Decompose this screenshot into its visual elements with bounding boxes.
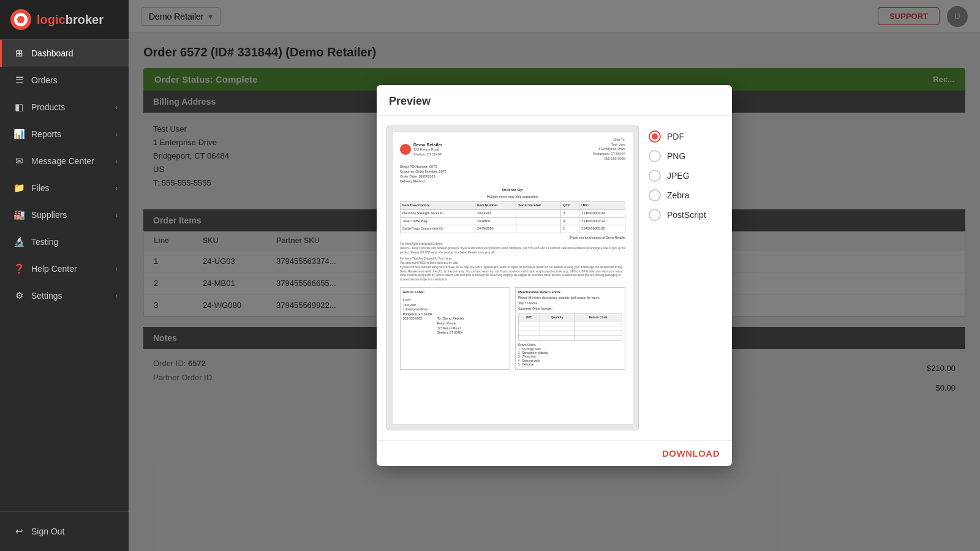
- sidebar-item-label: Products: [31, 102, 65, 112]
- modal-format-options: PDF PNG JPEG Zebra: [649, 126, 722, 430]
- sidebar-item-signout[interactable]: ↩ Sign Out: [0, 518, 129, 545]
- sidebar-item-reports[interactable]: 📊 Reports ‹: [0, 121, 129, 148]
- modal-overlay[interactable]: Preview Demo Retailer 123 Return Road: [129, 0, 980, 551]
- doc-fine-print-home: For Items That Are Shipped To Your Home:…: [400, 257, 625, 282]
- doc-multiple-items: Multiple items may ship separately.: [400, 195, 625, 200]
- doc-thank-you: Thank you for shopping at Demo Retailer: [400, 236, 625, 240]
- modal-footer: DOWNLOAD: [377, 440, 732, 466]
- sidebar-item-help-center[interactable]: ❓ Help Center ‹: [0, 255, 129, 282]
- suppliers-icon: 🏭: [13, 209, 25, 220]
- format-option-png[interactable]: PNG: [649, 150, 722, 162]
- chevron-icon: ‹: [115, 103, 118, 111]
- sidebar-item-label: Orders: [31, 75, 58, 85]
- doc-company-address: 123 Return Road: [413, 148, 442, 152]
- modal-title: Preview: [389, 95, 431, 108]
- sidebar-item-products[interactable]: ◧ Products ‹: [0, 94, 129, 121]
- sidebar-item-label: Files: [31, 183, 50, 193]
- modal-preview-area: Demo Retailer 123 Return Road Shelton, C…: [386, 126, 639, 430]
- signout-icon: ↩: [13, 526, 25, 537]
- settings-icon: ⚙: [13, 290, 25, 301]
- doc-merchandise-return: Merchandise Return Form: Please fill in …: [515, 287, 625, 370]
- sidebar-item-testing[interactable]: 🔬 Testing: [0, 228, 129, 255]
- radio-pdf[interactable]: [649, 130, 661, 143]
- chevron-icon: ‹: [115, 157, 118, 165]
- doc-logo-circle: [400, 144, 411, 155]
- modal-header: Preview: [377, 85, 732, 116]
- format-zebra-label: Zebra: [667, 190, 690, 200]
- sidebar-item-label: Settings: [31, 291, 62, 301]
- doc-return-codes: Return Codes: 1 - No longer want 2 - Dam…: [518, 343, 622, 367]
- download-button[interactable]: DOWNLOAD: [662, 448, 720, 459]
- radio-png[interactable]: [649, 150, 661, 162]
- orders-icon: ☰: [13, 75, 25, 86]
- sidebar: logicbroker ⊞ Dashboard ☰ Orders ◧ Produ…: [0, 0, 129, 551]
- sidebar-item-label: Message Center: [31, 156, 94, 166]
- sidebar-item-dashboard[interactable]: ⊞ Dashboard: [0, 40, 129, 67]
- format-option-jpeg[interactable]: JPEG: [649, 170, 722, 182]
- radio-postscript[interactable]: [649, 209, 661, 221]
- format-jpeg-label: JPEG: [667, 171, 690, 181]
- reports-icon: 📊: [13, 129, 25, 140]
- chevron-icon: ‹: [115, 211, 118, 219]
- doc-ship-to-name: Ship To:: [594, 138, 626, 143]
- format-option-pdf[interactable]: PDF: [649, 130, 722, 143]
- testing-icon: 🔬: [13, 236, 25, 247]
- format-png-label: PNG: [667, 151, 685, 161]
- doc-returns-section: Return Label: From: Test User 1 Enterpri…: [400, 287, 625, 370]
- files-icon: 📁: [13, 182, 25, 193]
- sidebar-item-label: Reports: [31, 129, 61, 139]
- sidebar-item-settings[interactable]: ⚙ Settings ‹: [0, 282, 129, 309]
- doc-merch-table: UPC Quantity Return Code: [518, 313, 622, 341]
- chevron-icon: ‹: [115, 130, 118, 138]
- format-option-zebra[interactable]: Zebra: [649, 189, 722, 201]
- sidebar-item-message-center[interactable]: ✉ Message Center ‹: [0, 148, 129, 174]
- doc-info-grid: Direct PO Number: 6072 Customer Order Nu…: [400, 165, 625, 184]
- sidebar-bottom: ↩ Sign Out: [0, 511, 129, 551]
- doc-return-label: Return Label: From: Test User 1 Enterpri…: [400, 287, 510, 370]
- doc-items-table: Item Description Item Number Serial Numb…: [400, 201, 625, 233]
- sidebar-item-files[interactable]: 📁 Files ‹: [0, 174, 129, 201]
- preview-modal: Preview Demo Retailer 123 Return Road: [377, 85, 732, 466]
- sidebar-item-suppliers[interactable]: 🏭 Suppliers ‹: [0, 201, 129, 228]
- chevron-icon: ‹: [115, 265, 118, 272]
- message-icon: ✉: [13, 156, 25, 167]
- radio-zebra[interactable]: [649, 189, 661, 201]
- logo-icon: [10, 9, 32, 31]
- doc-ordered-by: Ordered By:: [400, 187, 625, 192]
- format-postscript-label: PostScript: [667, 210, 706, 220]
- logo-text: logicbroker: [37, 13, 104, 27]
- doc-company-city: Shelton, CT 06484: [413, 152, 442, 157]
- doc-fine-print-delivery: For Items With Scheduled Delivery: Retur…: [400, 242, 625, 255]
- radio-jpeg[interactable]: [649, 170, 661, 182]
- svg-point-2: [17, 16, 24, 23]
- sidebar-nav: ⊞ Dashboard ☰ Orders ◧ Products ‹ 📊 Repo…: [0, 40, 129, 511]
- chevron-icon: ‹: [115, 292, 118, 299]
- sidebar-item-label: Help Center: [31, 264, 77, 274]
- sidebar-item-label: Testing: [31, 237, 58, 247]
- chevron-icon: ‹: [115, 184, 118, 192]
- document-preview: Demo Retailer 123 Return Road Shelton, C…: [392, 131, 633, 425]
- main-content: Demo Retailer ▾ SUPPORT U Order 6572 (ID…: [129, 0, 980, 551]
- products-icon: ◧: [13, 102, 25, 113]
- sidebar-item-label: Sign Out: [31, 527, 64, 536]
- format-option-postscript[interactable]: PostScript: [649, 209, 722, 221]
- sidebar-logo[interactable]: logicbroker: [0, 0, 129, 40]
- sidebar-item-label: Suppliers: [31, 210, 67, 220]
- help-icon: ❓: [13, 263, 25, 274]
- dashboard-icon: ⊞: [13, 48, 25, 59]
- sidebar-item-label: Dashboard: [31, 48, 74, 58]
- sidebar-item-orders[interactable]: ☰ Orders: [0, 67, 129, 94]
- modal-body: Demo Retailer 123 Return Road Shelton, C…: [377, 116, 732, 440]
- doc-company-name: Demo Retailer: [413, 142, 442, 148]
- format-pdf-label: PDF: [667, 132, 684, 141]
